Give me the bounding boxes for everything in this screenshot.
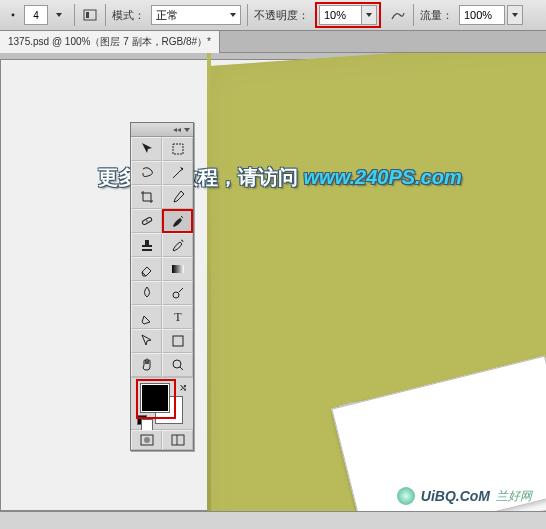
color-swatch-area: ⤭ (131, 377, 193, 429)
separator (247, 4, 248, 26)
svg-rect-1 (84, 10, 96, 20)
magic-wand-tool[interactable] (162, 161, 193, 185)
document-canvas[interactable] (0, 59, 546, 511)
shape-tool[interactable] (162, 329, 193, 353)
flow-value: 100% (464, 9, 492, 21)
dodge-tool[interactable] (162, 281, 193, 305)
collapse-icon[interactable]: ◂◂ (173, 125, 181, 134)
default-colors-icon[interactable] (137, 415, 147, 425)
opacity-label: 不透明度： (254, 8, 309, 23)
marquee-tool[interactable] (162, 137, 193, 161)
flow-input[interactable]: 100% (459, 5, 505, 25)
flow-label: 流量： (420, 8, 453, 23)
type-tool[interactable]: T (162, 305, 193, 329)
quick-mask-toggle[interactable] (131, 430, 162, 450)
svg-point-11 (173, 360, 181, 368)
pen-tool[interactable] (131, 305, 162, 329)
lasso-tool[interactable] (131, 161, 162, 185)
flow-dropdown[interactable] (507, 5, 523, 25)
svg-point-8 (173, 292, 179, 298)
panel-menu-icon[interactable] (184, 128, 190, 132)
tools-panel-header[interactable]: ◂◂ (131, 123, 193, 137)
screen-mode-toggle[interactable] (162, 430, 193, 450)
eyedropper-tool[interactable] (162, 185, 193, 209)
brush-tool[interactable] (162, 209, 193, 233)
watermark: UiBQ.CoM 兰好网 (397, 487, 532, 505)
svg-rect-7 (172, 265, 184, 273)
path-select-tool[interactable] (131, 329, 162, 353)
status-bar (0, 511, 546, 529)
svg-rect-2 (86, 12, 89, 18)
svg-rect-6 (142, 249, 152, 251)
brush-panel-toggle[interactable] (81, 6, 99, 24)
svg-point-13 (144, 437, 150, 443)
blend-mode-value: 正常 (156, 8, 178, 23)
foreground-color-swatch[interactable] (141, 384, 169, 412)
move-tool[interactable] (131, 137, 162, 161)
hand-tool[interactable] (131, 353, 162, 377)
blend-mode-select[interactable]: 正常 (151, 5, 241, 25)
svg-point-5 (146, 220, 148, 222)
watermark-icon (397, 487, 415, 505)
document-tab[interactable]: 1375.psd @ 100%（图层 7 副本，RGB/8#）* (0, 31, 220, 53)
opacity-value: 10% (324, 9, 346, 21)
svg-rect-3 (173, 144, 183, 154)
svg-rect-10 (173, 336, 183, 346)
document-tab-bar: 1375.psd @ 100%（图层 7 副本，RGB/8#）* (0, 31, 546, 53)
zoom-tool[interactable] (162, 353, 193, 377)
options-bar: 4 模式： 正常 不透明度： 10% 流量： 100% (0, 0, 546, 31)
opacity-dropdown[interactable] (361, 5, 377, 25)
svg-text:T: T (174, 310, 182, 324)
eraser-tool[interactable] (131, 257, 162, 281)
healing-brush-tool[interactable] (131, 209, 162, 233)
opacity-input[interactable]: 10% (319, 5, 361, 25)
mode-label: 模式： (112, 8, 145, 23)
pressure-opacity-icon[interactable] (389, 6, 407, 24)
svg-point-0 (12, 14, 15, 17)
separator (413, 4, 414, 26)
crop-tool[interactable] (131, 185, 162, 209)
gradient-tool[interactable] (162, 257, 193, 281)
svg-rect-14 (172, 435, 184, 445)
brush-size-input[interactable]: 4 (24, 5, 48, 25)
canvas-area[interactable] (0, 53, 546, 511)
separator (74, 4, 75, 26)
tools-panel[interactable]: ◂◂ T ⤭ (130, 122, 194, 451)
swap-colors-icon[interactable]: ⤭ (179, 382, 187, 393)
brush-preset-icon[interactable] (4, 6, 22, 24)
clone-stamp-tool[interactable] (131, 233, 162, 257)
opacity-highlight: 10% (315, 2, 381, 28)
separator (105, 4, 106, 26)
brush-size-dropdown[interactable] (50, 6, 68, 24)
history-brush-tool[interactable] (162, 233, 193, 257)
blur-tool[interactable] (131, 281, 162, 305)
